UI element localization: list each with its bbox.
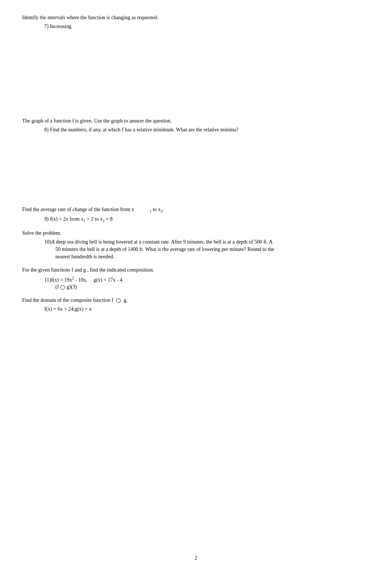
problem-8-number: 8) [44,127,50,132]
domain-compose-circle [114,297,122,303]
domain-instruction-text: Find the domain of the composite functio… [22,297,113,303]
section-average-rate: Find the average rate of change of the f… [22,207,370,223]
graph-space-7 [22,37,370,118]
compose-circle-icon [61,285,65,290]
problem-9-number: 9) f(x) = 2x from x [44,216,83,222]
page-number: 2 [195,555,197,561]
problem-7: 7) Increasing [44,24,370,30]
problem-12-text: f(x) = 6x + 24;g(x) = x [44,306,92,312]
domain-instruction-g: g. [124,297,128,303]
section-graph-instruction: The graph of a function f is given. Use … [22,118,370,124]
section-solve-instruction: Solve the problem. [22,230,370,236]
avg-instruction-subscript-space [135,207,148,212]
section-domain-instruction: Find the domain of the composite functio… [22,297,370,303]
problem-12: f(x) = 6x + 24;g(x) = x [44,306,370,312]
section-graph: The graph of a function f is given. Use … [22,118,370,133]
problem-11: 11)f(x) = 19x2 - 10x, g(x) = 17x - 4 (f … [44,276,370,290]
problem-9-end: = 8 [104,216,113,222]
section-solve: Solve the problem. 10)A deep sea diving … [22,230,370,260]
problem-9-mid: = 2 to x [85,216,103,222]
avg-instruction-text: Find the average rate of change of the f… [22,207,134,212]
page: Identify the intervals where the functio… [0,0,392,576]
problem-10-line1: 10)A deep sea diving bell is being lower… [44,239,370,245]
problem-10-line3: nearest hundredth is needed. [55,254,370,260]
problem-11-line2: (f g)(3) [55,284,370,290]
section-avg-instruction: Find the average rate of change of the f… [22,207,370,213]
graph-space-8 [22,140,370,207]
section-domain: Find the domain of the composite functio… [22,297,370,312]
section-composition: For the given functions f and g , find t… [22,267,370,290]
problem-10-line2: 50 minutes the bell is at a depth of 140… [55,246,370,252]
problem-8-text: Find the numbers, if any, at which f has… [50,127,238,132]
section-intervals-instruction: Identify the intervals where the functio… [22,15,370,21]
avg-instruction-x1: 1 to x2. [149,207,164,212]
section-intervals: Identify the intervals where the functio… [22,15,370,30]
section-comp-instruction: For the given functions f and g , find t… [22,267,370,273]
problem-9: 9) f(x) = 2x from x1 = 2 to x2 = 8 [44,216,370,223]
compose-circle-icon-2 [116,299,121,303]
problem-7-text: Increasing [50,24,71,29]
problem-11-line1: 11)f(x) = 19x2 - 10x, g(x) = 17x - 4 [44,276,370,283]
problem-8: 8) Find the numbers, if any, at which f … [44,127,370,133]
problem-10: 10)A deep sea diving bell is being lower… [44,239,370,260]
problem-7-number: 7) [44,24,50,29]
